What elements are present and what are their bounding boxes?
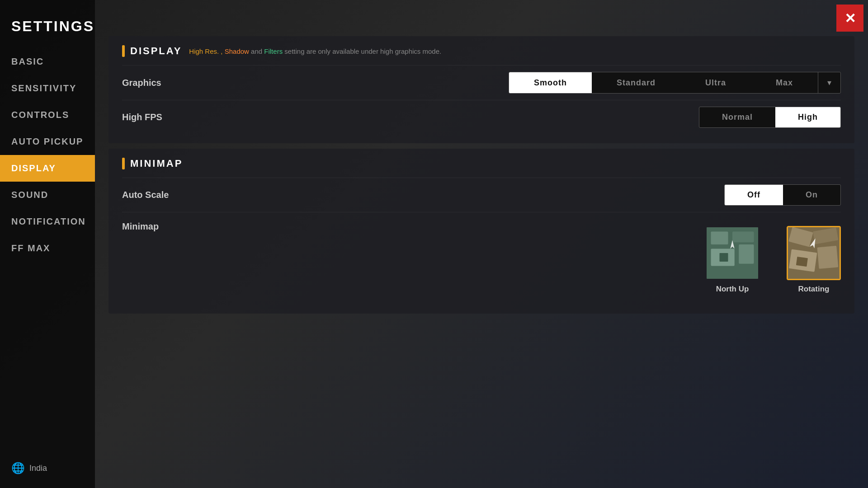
graphics-max-btn[interactable]: Max <box>751 72 818 93</box>
fps-normal-btn[interactable]: Normal <box>699 107 775 127</box>
fps-toggle-group: Normal High <box>699 107 841 128</box>
sidebar-item-display[interactable]: DISPLAY <box>0 155 95 182</box>
graphics-label: Graphics <box>122 78 161 88</box>
minimap-option-row: Minimap <box>122 212 841 305</box>
minimap-rotating-label: Rotating <box>798 285 830 294</box>
fps-high-btn[interactable]: High <box>775 107 840 127</box>
sidebar: SETTINGS BASIC SENSITIVITY CONTROLS AUTO… <box>0 0 95 488</box>
minimap-north-up-label: North Up <box>716 285 749 294</box>
svg-rect-5 <box>711 268 754 274</box>
minimap-accent <box>122 158 125 169</box>
minimap-north-up-option[interactable]: North Up <box>705 226 760 294</box>
svg-rect-12 <box>817 246 839 269</box>
minimap-rotating-svg <box>788 227 840 279</box>
sidebar-item-sensitivity[interactable]: SENSITIVITY <box>0 75 95 102</box>
app-title: SETTINGS <box>0 9 95 48</box>
region-label: India <box>29 464 47 473</box>
high-fps-row: High FPS Normal High <box>122 100 841 134</box>
sidebar-item-controls[interactable]: CONTROLS <box>0 102 95 128</box>
minimap-options-group: North Up <box>570 221 841 298</box>
sidebar-item-auto-pickup[interactable]: AUTO PICKUP <box>0 128 95 155</box>
minimap-rotating-thumbnail <box>787 226 841 280</box>
display-panel: DISPLAY High Res. , Shadow and Filters s… <box>108 36 854 143</box>
subtitle-shadow: Shadow <box>225 47 249 55</box>
auto-scale-off-btn[interactable]: Off <box>725 185 783 205</box>
minimap-header: MINIMAP <box>122 158 841 169</box>
svg-rect-2 <box>732 232 754 243</box>
display-title: DISPLAY <box>130 45 182 57</box>
graphics-toggle-group: Smooth Standard Ultra Max ▾ <box>509 72 841 94</box>
minimap-label: Minimap <box>122 221 159 232</box>
display-header: DISPLAY High Res. , Shadow and Filters s… <box>122 45 841 57</box>
minimap-title: MINIMAP <box>130 158 183 169</box>
auto-scale-toggle-group: Off On <box>724 184 841 206</box>
display-accent <box>122 45 125 57</box>
graphics-row: Graphics Smooth Standard Ultra Max ▾ <box>122 65 841 100</box>
high-fps-label: High FPS <box>122 112 162 122</box>
minimap-north-up-thumbnail <box>705 226 760 280</box>
main-content: DISPLAY High Res. , Shadow and Filters s… <box>95 0 868 488</box>
subtitle-filters: Filters <box>264 47 283 55</box>
display-subtitle: High Res. , Shadow and Filters setting a… <box>189 47 441 55</box>
minimap-rotating-option[interactable]: Rotating <box>787 226 841 294</box>
graphics-ultra-btn[interactable]: Ultra <box>680 72 751 93</box>
sidebar-item-basic[interactable]: BASIC <box>0 48 95 75</box>
svg-rect-1 <box>711 232 728 245</box>
svg-rect-6 <box>720 253 728 262</box>
subtitle-high-res: High Res. , <box>189 47 222 55</box>
close-button[interactable]: ✕ <box>836 5 863 32</box>
graphics-standard-btn[interactable]: Standard <box>592 72 680 93</box>
minimap-panel: MINIMAP Auto Scale Off On Minimap <box>108 149 854 314</box>
subtitle-and: and <box>251 47 264 55</box>
auto-scale-row: Auto Scale Off On <box>122 178 841 212</box>
svg-rect-13 <box>796 257 808 267</box>
subtitle-desc: setting are only available under high gr… <box>284 47 441 55</box>
sidebar-item-sound[interactable]: SOUND <box>0 182 95 208</box>
svg-rect-4 <box>739 244 754 264</box>
sidebar-item-ff-max[interactable]: FF MAX <box>0 235 95 262</box>
graphics-more-btn[interactable]: ▾ <box>818 72 840 93</box>
auto-scale-label: Auto Scale <box>122 190 169 200</box>
auto-scale-on-btn[interactable]: On <box>783 185 840 205</box>
globe-icon: 🌐 <box>11 462 25 474</box>
graphics-smooth-btn[interactable]: Smooth <box>509 72 592 93</box>
sidebar-item-notification[interactable]: NOTIFICATION <box>0 208 95 235</box>
minimap-north-up-svg <box>707 227 758 279</box>
sidebar-footer: 🌐 India <box>0 462 95 474</box>
